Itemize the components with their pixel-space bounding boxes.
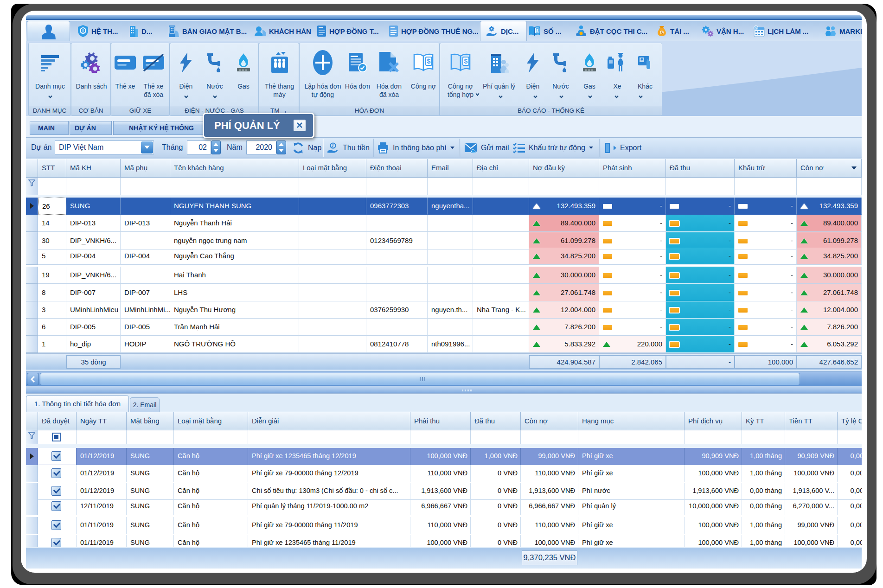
svg-text:$: $	[660, 31, 663, 35]
svg-text:$: $	[536, 28, 538, 33]
svg-text:$: $	[464, 58, 468, 65]
svg-text:$: $	[427, 58, 431, 65]
